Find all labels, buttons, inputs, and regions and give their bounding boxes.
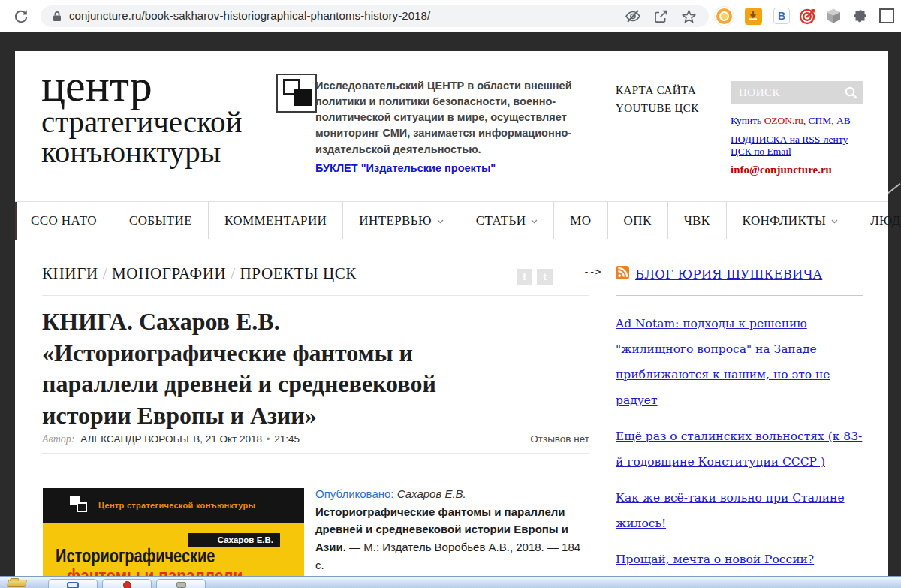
- rss-icon[interactable]: [616, 266, 629, 282]
- blank-extension-icon[interactable]: [877, 6, 896, 26]
- lock-icon: [53, 11, 62, 25]
- divider: [42, 295, 589, 296]
- author-name: АЛЕКСАНДР ВОРОБЬЕВ,: [80, 433, 203, 445]
- app-icon: [176, 582, 186, 588]
- share-icon[interactable]: [653, 9, 670, 23]
- nav-stati[interactable]: СТАТЬИ: [460, 202, 553, 239]
- folder-icon[interactable]: [7, 580, 27, 587]
- cover-title-line-1: Историографические: [56, 545, 215, 567]
- logo-word-1: центр: [41, 65, 312, 107]
- divider: [42, 453, 589, 454]
- taskbar-separator: [41, 579, 44, 588]
- published-block: Опубликовано: Сахаров Е.В. Историографич…: [315, 485, 586, 574]
- cube-extension-icon[interactable]: [824, 6, 843, 26]
- puzzle-extensions-icon[interactable]: [850, 6, 869, 26]
- nav-opk[interactable]: ОПК: [607, 202, 667, 239]
- page-content: центр стратегической конъюнктуры Исследо…: [15, 51, 888, 588]
- download-extension-icon[interactable]: [743, 6, 763, 26]
- nav-kommentarii[interactable]: КОММЕНТАРИИ: [208, 202, 342, 239]
- article-meta: Автор: АЛЕКСАНДР ВОРОБЬЕВ, 21 Окт 2018 •…: [42, 433, 589, 445]
- b-extension-icon[interactable]: B: [772, 6, 791, 26]
- search-box: [731, 81, 863, 104]
- search-input[interactable]: [731, 81, 863, 104]
- address-bar[interactable]: conjuncture.ru/book-sakharov-historiogra…: [41, 5, 709, 27]
- comments-count-link[interactable]: Отзывов нет: [530, 433, 589, 445]
- citrus-extension-icon[interactable]: [714, 6, 734, 26]
- breadcrumb-proekty-tssk[interactable]: ПРОЕКТЫ ЦСК: [240, 264, 357, 282]
- article-time: 21:45: [274, 433, 300, 445]
- breadcrumb-knigi[interactable]: КНИГИ: [42, 264, 98, 282]
- sidebar: БЛОГ ЮРИЯ ШУШКЕВИЧА Ad Notam: подходы к …: [616, 266, 863, 588]
- ozon-link[interactable]: OZON.ru: [764, 115, 803, 126]
- chevron-down-icon: [531, 219, 538, 224]
- taskbar-app-button-2[interactable]: [102, 579, 152, 588]
- bullet: •: [265, 433, 272, 445]
- search-icon[interactable]: [845, 86, 857, 99]
- comma: ,: [831, 115, 833, 126]
- taskbar-app-button-3[interactable]: [156, 579, 206, 588]
- logo-squares-icon: [276, 74, 317, 113]
- blog-post-link[interactable]: Ещё раз о сталинских вольностях (к 83-й …: [616, 430, 862, 469]
- breadcrumb-monografii[interactable]: МОНОГРАФИИ: [112, 264, 226, 282]
- breadcrumb-separator: /: [98, 264, 112, 282]
- eye-off-icon[interactable]: [625, 9, 641, 23]
- published-label: Опубликовано:: [315, 487, 394, 500]
- breadcrumb-separator: /: [226, 264, 240, 282]
- site-background-frame: центр стратегической конъюнктуры Исследо…: [0, 32, 901, 588]
- twitter-icon[interactable]: t: [537, 269, 553, 285]
- bookmark-star-icon[interactable]: [681, 9, 698, 23]
- site-description: Исследовательский ЦЕНТР в области внешне…: [315, 78, 587, 158]
- buy-links-line: Купить OZON.ru, СПМ, АВ: [731, 115, 851, 127]
- header-quick-links: КАРТА САЙТА YOUTUBE ЦСК: [616, 81, 699, 117]
- buy-link[interactable]: Купить: [731, 115, 761, 126]
- blog-post-link[interactable]: Прощай, мечта о новой России?: [616, 553, 814, 566]
- windows-taskbar: [0, 577, 901, 588]
- av-link[interactable]: АВ: [836, 115, 851, 126]
- book-cover-header: Центр стратегической конъюнктуры: [43, 488, 304, 523]
- chevron-down-icon: [831, 219, 838, 224]
- app-icon: [67, 582, 79, 588]
- cover-logo-squares-icon: [70, 496, 91, 516]
- url-text: conjuncture.ru/book-sakharov-historiogra…: [69, 9, 430, 22]
- published-author: Сахаров Е.В.: [397, 487, 466, 500]
- logo-word-2: стратегической: [41, 107, 312, 137]
- nav-konflikty[interactable]: КОНФЛИКТЫ: [726, 202, 854, 239]
- youtube-link[interactable]: YOUTUBE ЦСК: [616, 99, 699, 117]
- list-item: Ad Notam: подходы к решению "жилищного в…: [616, 311, 863, 413]
- email-link[interactable]: info@conjuncture.ru: [731, 164, 832, 176]
- nav-lyudi[interactable]: ЛЮДИ: [854, 202, 901, 239]
- site-logo[interactable]: центр стратегической конъюнктуры: [41, 65, 312, 167]
- author-label: Автор:: [42, 433, 74, 445]
- comma: ,: [803, 115, 806, 126]
- sitemap-link[interactable]: КАРТА САЙТА: [616, 81, 699, 99]
- reload-icon[interactable]: [12, 8, 30, 26]
- blog-post-link[interactable]: Ad Notam: подходы к решению "жилищного в…: [616, 317, 830, 407]
- nav-sobytie[interactable]: СОБЫТИЕ: [113, 202, 208, 239]
- target-extension-icon[interactable]: [797, 6, 817, 26]
- booklet-link[interactable]: БУКЛЕТ "Издательские проекты": [315, 162, 496, 174]
- nav-sso-nato[interactable]: ССО НАТО: [15, 202, 113, 239]
- spm-link[interactable]: СПМ: [809, 115, 832, 126]
- nav-intervyu[interactable]: ИНТЕРВЬЮ: [342, 202, 460, 239]
- logo-word-3: конъюнктуры: [41, 137, 312, 167]
- list-item: Ещё раз о сталинских вольностях (к 83-й …: [616, 424, 863, 475]
- rss-subscribe-link[interactable]: ПОДПИСКА на RSS-ленту ЦСК по Email: [731, 134, 864, 158]
- facebook-icon[interactable]: f: [517, 269, 532, 285]
- stray-arrow-text: -->: [583, 266, 601, 277]
- browser-toolbar: conjuncture.ru/book-sakharov-historiogra…: [0, 0, 901, 32]
- blog-heading-link[interactable]: БЛОГ ЮРИЯ ШУШКЕВИЧА: [635, 267, 822, 282]
- nav-mo[interactable]: МО: [553, 202, 607, 239]
- article-title: КНИГА. Сахаров Е.В. «Историографические …: [42, 306, 529, 431]
- taskbar-app-button-1[interactable]: [48, 579, 98, 588]
- article-date: 21 Окт 2018: [206, 433, 262, 445]
- main-navigation: ССО НАТО СОБЫТИЕ КОММЕНТАРИИ ИНТЕРВЬЮ СТ…: [15, 201, 888, 239]
- chevron-down-icon: [437, 219, 444, 224]
- divider: [616, 295, 863, 296]
- blog-post-link[interactable]: Как же всё-таки вольно при Сталине жилос…: [616, 491, 845, 530]
- list-item: Прощай, мечта о новой России?: [616, 547, 863, 572]
- list-item: Как же всё-таки вольно при Сталине жилос…: [616, 485, 863, 536]
- nav-chvk[interactable]: ЧВК: [667, 202, 726, 239]
- book-cover-image[interactable]: Центр стратегической конъюнктуры Сахаров…: [43, 488, 304, 588]
- sidebar-heading: БЛОГ ЮРИЯ ШУШКЕВИЧА: [616, 266, 863, 282]
- cover-publisher: Центр стратегической конъюнктуры: [98, 501, 255, 510]
